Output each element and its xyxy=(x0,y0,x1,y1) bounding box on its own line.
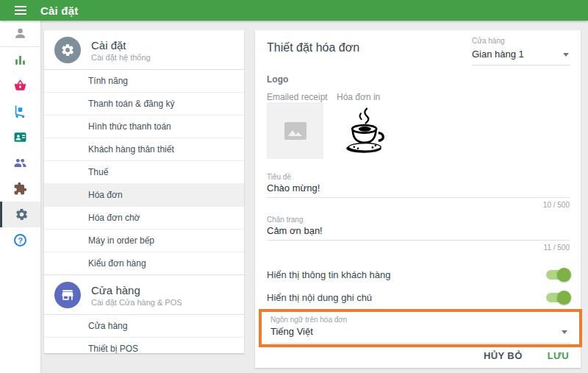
show-customer-info-label: Hiển thị thông tin khách hàng xyxy=(267,269,390,280)
receipt-footer-field: Chân trang Cảm ơn bạn! 11 / 500 xyxy=(267,216,570,252)
language-select-highlighted[interactable]: Ngôn ngữ trên hóa đơn Tiếng Việt xyxy=(259,309,582,347)
icon-sidebar: ? xyxy=(0,21,40,373)
items-basket-icon xyxy=(13,79,27,93)
show-customer-info-row: Hiển thị thông tin khách hàng xyxy=(267,266,570,283)
settings-menu-card: Cài đặt Cài đặt hệ thống Tính năng Thanh… xyxy=(44,30,244,353)
receipt-header-field: Tiêu đề Chào mừng! 10 / 500 xyxy=(267,173,570,209)
sidebar-item-employees[interactable] xyxy=(0,124,40,150)
hamburger-menu-icon[interactable] xyxy=(0,6,40,15)
printed-receipt-label: Hóa đơn in xyxy=(337,92,380,102)
sidebar-item-customers[interactable] xyxy=(0,150,40,176)
chevron-down-icon xyxy=(562,330,567,334)
customers-icon xyxy=(13,156,27,170)
receipt-settings-card: Thiết đặt hóa đơn Cửa hàng Gian hàng 1 L… xyxy=(255,30,581,368)
coffee-cup-artwork xyxy=(340,105,388,157)
menu-item-features[interactable]: Tính năng xyxy=(44,69,244,92)
show-comments-row: Hiển thị nội dung ghi chú xyxy=(267,288,570,306)
image-placeholder-icon xyxy=(283,120,308,142)
profile-icon xyxy=(13,26,27,40)
sidebar-item-settings[interactable] xyxy=(0,202,40,227)
form-actions: HỦY BỎ LƯU xyxy=(484,350,569,361)
inventory-dolly-icon xyxy=(13,104,27,118)
footer-char-counter: 11 / 500 xyxy=(267,244,570,252)
language-select-label: Ngôn ngữ trên hóa đơn xyxy=(270,316,570,324)
stores-section-title: Cửa hàng xyxy=(91,284,182,296)
menu-item-receipt[interactable]: Hóa đơn xyxy=(44,183,244,206)
settings-section-subtitle: Cài đặt hệ thống xyxy=(91,53,151,62)
menu-item-stores[interactable]: Cửa hàng xyxy=(44,314,244,337)
footer-field-label: Chân trang xyxy=(267,216,570,224)
store-select-value[interactable]: Gian hàng 1 xyxy=(472,45,570,65)
cancel-button[interactable]: HỦY BỎ xyxy=(484,350,523,361)
sidebar-item-items[interactable] xyxy=(0,73,40,99)
menu-item-dining-options[interactable]: Kiểu đơn hàng xyxy=(44,252,244,274)
menu-item-billing[interactable]: Thanh toán & đăng ký xyxy=(44,92,244,115)
settings-gear-icon xyxy=(54,37,81,63)
emailed-receipt-label: Emailed receipt xyxy=(267,92,328,102)
sidebar-item-inventory[interactable] xyxy=(0,99,40,124)
sidebar-item-reports[interactable] xyxy=(0,47,40,73)
show-comments-label: Hiển thị nội dung ghi chú xyxy=(267,292,372,303)
stores-section-header: Cửa hàng Cài đặt Cửa hàng & POS xyxy=(44,274,244,314)
menu-item-pos-devices[interactable]: Thiết bị POS xyxy=(44,337,244,360)
settings-gear-icon xyxy=(15,207,29,221)
chevron-down-icon xyxy=(563,53,569,57)
logo-section-label: Logo xyxy=(267,74,288,85)
topbar: Cài đặt xyxy=(0,0,588,21)
help-icon: ? xyxy=(14,234,26,246)
footer-field-input[interactable]: Cảm ơn bạn! xyxy=(267,225,570,241)
page-title: Cài đặt xyxy=(40,4,78,17)
menu-item-loyalty[interactable]: Khách hàng thân thiết xyxy=(44,138,244,160)
sidebar-item-profile[interactable] xyxy=(0,21,40,46)
settings-section-header: Cài đặt Cài đặt hệ thống xyxy=(44,30,244,69)
save-button[interactable]: LƯU xyxy=(548,350,569,361)
menu-item-taxes[interactable]: Thuế xyxy=(44,160,244,183)
show-comments-toggle[interactable] xyxy=(546,293,570,302)
header-field-label: Tiêu đề xyxy=(267,173,570,181)
sidebar-item-help[interactable]: ? xyxy=(0,227,40,253)
header-char-counter: 10 / 500 xyxy=(267,201,570,209)
store-select-label: Cửa hàng xyxy=(472,37,570,45)
emailed-logo-placeholder[interactable] xyxy=(267,102,323,159)
menu-item-open-tickets[interactable]: Hóa đơn chờ xyxy=(44,206,244,229)
store-select[interactable]: Cửa hàng Gian hàng 1 xyxy=(472,37,570,65)
header-field-input[interactable]: Chào mừng! xyxy=(267,182,570,198)
employees-badge-icon xyxy=(13,130,27,144)
integrations-puzzle-icon xyxy=(13,182,27,196)
settings-section-title: Cài đặt xyxy=(91,39,151,51)
menu-item-kitchen-printers[interactable]: Máy in order bếp xyxy=(44,229,244,252)
menu-item-payment-types[interactable]: Hình thức thanh toán xyxy=(44,115,244,138)
printed-logo-image[interactable] xyxy=(337,102,391,159)
show-customer-info-toggle[interactable] xyxy=(546,270,570,280)
language-select-value[interactable]: Tiếng Việt xyxy=(270,324,570,344)
stores-section-subtitle: Cài đặt Cửa hàng & POS xyxy=(91,298,182,307)
page-heading: Thiết đặt hóa đơn xyxy=(267,41,359,54)
page: Cài đặt ? xyxy=(0,0,588,373)
reports-icon xyxy=(13,53,27,67)
sidebar-item-integrations[interactable] xyxy=(0,176,40,202)
store-icon xyxy=(54,282,81,308)
